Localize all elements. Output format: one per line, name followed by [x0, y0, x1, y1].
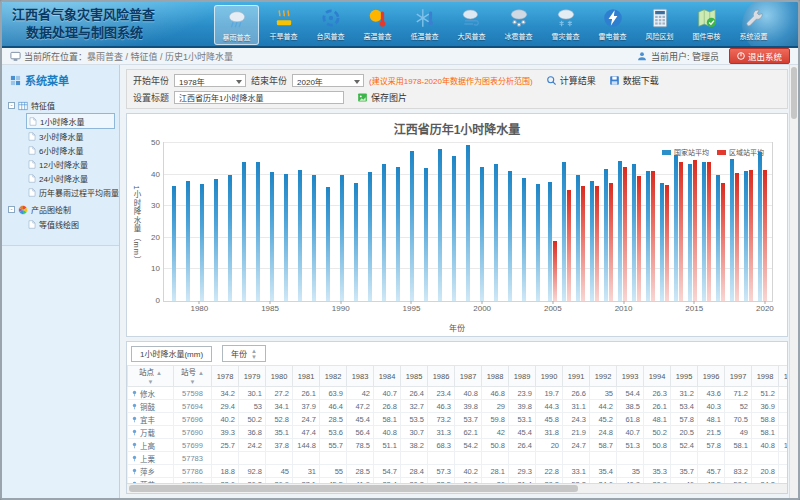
bar-group-1993	[377, 143, 391, 301]
table-scroll-area[interactable]: 站点 ▲▼站号 ▲▼197819791980198119821983198419…	[127, 365, 787, 483]
value-cell	[320, 452, 347, 465]
col-header-year-1978: 1978	[212, 366, 239, 387]
x-tick-mark	[270, 301, 271, 304]
low-temp-icon	[414, 7, 436, 29]
station-name-cell: 铜鼓	[128, 400, 174, 413]
logout-button[interactable]: 退出系统	[729, 48, 790, 64]
chart-panel: 江西省历年1小时降水量 1小时降水量（mm） 国家站平均区域站平均 010203…	[126, 113, 788, 337]
value-cell: 55.7	[320, 439, 347, 452]
col-header-year-1987: 1987	[455, 366, 482, 387]
tree-toggle-icon[interactable]: -	[8, 206, 15, 213]
tree-item-12小时降水量[interactable]: 12小时降水量	[26, 157, 115, 171]
bar-national-1978	[172, 186, 176, 301]
chart-title-input[interactable]	[174, 91, 344, 104]
nav-item-雪灾普查[interactable]: 雪灾普查	[543, 5, 588, 45]
sidebar-tree: -特征值1小时降水量3小时降水量6小时降水量12小时降水量24小时降水量历年暴雨…	[2, 93, 119, 239]
bar-national-1992	[368, 172, 372, 301]
value-cell: 26.3	[644, 387, 671, 400]
tree-group-产品图绘制[interactable]: -产品图绘制	[8, 202, 115, 217]
horizontal-scrollbar[interactable]	[127, 483, 787, 493]
value-cell: 42	[347, 387, 374, 400]
value-cell: 83.3	[779, 426, 788, 439]
col-header-year-1994: 1994	[644, 366, 671, 387]
high-temp-icon	[367, 7, 389, 29]
nav-item-暴雨普查[interactable]: 暴雨普查	[214, 5, 259, 45]
value-cell: 26.8	[374, 400, 401, 413]
horizontal-scrollbar-thumb[interactable]	[129, 485, 578, 492]
value-cell: 50.2	[239, 413, 266, 426]
value-cell: 40.2	[455, 465, 482, 478]
tree-item-3小时降水量[interactable]: 3小时降水量	[26, 129, 115, 143]
nav-item-图件审核[interactable]: 图件审核	[684, 5, 729, 45]
table-row-上栗[interactable]: 上栗57783	[128, 452, 788, 465]
data-download-button[interactable]: 数据下载	[609, 74, 659, 87]
table-row-万载[interactable]: 万载5769039.336.835.147.453.656.440.830.73…	[128, 426, 788, 439]
bar-national-2006	[562, 162, 566, 301]
bar-national-2016	[702, 162, 706, 301]
tree-item-6小时降水量[interactable]: 6小时降水量	[26, 143, 115, 157]
value-cell: 59.8	[482, 413, 509, 426]
user-box: 当前用户: 管理员 退出系统	[637, 48, 790, 64]
bar-group-1997	[433, 143, 447, 301]
bar-group-1979	[181, 143, 195, 301]
tree-item-24小时降水量[interactable]: 24小时降水量	[26, 171, 115, 185]
nav-item-风险区划[interactable]: 风险区划	[637, 5, 682, 45]
value-cell: 50.8	[482, 439, 509, 452]
value-cell: 40.7	[374, 387, 401, 400]
value-cell	[725, 452, 752, 465]
table-row-铜鼓[interactable]: 铜鼓5769429.45334.137.946.447.226.832.746.…	[128, 400, 788, 413]
tree-item-历年暴雨过程平均雨量[interactable]: 历年暴雨过程平均雨量	[26, 185, 115, 199]
vertical-scrollbar-thumb[interactable]	[791, 67, 797, 119]
tree-group-特征值[interactable]: -特征值	[8, 98, 115, 113]
tree-item-1小时降水量[interactable]: 1小时降水量	[26, 113, 115, 129]
tree-toggle-icon[interactable]: -	[8, 102, 15, 109]
bar-group-1995	[405, 143, 419, 301]
year-sort-box[interactable]: 年份 ▲▼	[222, 345, 266, 362]
nav-item-高温普查[interactable]: 高温普查	[355, 5, 400, 45]
y-tick-label: 10	[151, 264, 160, 273]
table-row-萍乡[interactable]: 萍乡5778618.892.845315528.554.728.457.340.…	[128, 465, 788, 478]
value-cell: 31.8	[536, 426, 563, 439]
col-header-year-1996: 1996	[698, 366, 725, 387]
value-cell	[401, 452, 428, 465]
table-row-宜丰[interactable]: 宜丰5769640.250.252.824.728.545.458.153.57…	[128, 413, 788, 426]
bar-national-1979	[186, 181, 190, 301]
calc-result-button[interactable]: 计算结果	[546, 74, 596, 87]
nav-item-雷电普查[interactable]: 雷电普查	[590, 5, 635, 45]
location-icon	[10, 51, 21, 62]
col-header-station[interactable]: 站点 ▲▼	[128, 366, 174, 387]
breadcrumb[interactable]: 暴雨普查 / 特征值 / 历史1小时降水量	[87, 50, 233, 63]
value-cell: 26.4	[509, 439, 536, 452]
table-row-修水[interactable]: 修水5759834.230.127.226.163.94240.726.423.…	[128, 387, 788, 400]
start-year-select[interactable]: 1978年	[174, 74, 246, 87]
nav-item-系统设置[interactable]: 系统设置	[731, 5, 776, 45]
unit-filter-box[interactable]: 1小时降水量(mm)	[131, 346, 212, 362]
nav-item-台风普查[interactable]: 台风普查	[308, 5, 353, 45]
end-year-select[interactable]: 2020年	[292, 74, 364, 87]
nav-item-大风普查[interactable]: 大风普查	[449, 5, 494, 45]
value-cell: 20.5	[671, 426, 698, 439]
station-icon	[131, 455, 138, 462]
save-image-button[interactable]: 保存图片	[357, 91, 407, 104]
value-cell: 58.8	[752, 413, 779, 426]
value-cell: 53.6	[320, 426, 347, 439]
col-header-year-1997: 1997	[725, 366, 752, 387]
tree-group-label: 特征值	[31, 100, 55, 111]
nav-item-冰雹普查[interactable]: 冰雹普查	[496, 5, 541, 45]
table-row-上高[interactable]: 上高5769925.724.237.8144.855.778.551.138.2…	[128, 439, 788, 452]
col-header-year-1989: 1989	[509, 366, 536, 387]
nav-item-干旱普查[interactable]: 干旱普查	[261, 5, 306, 45]
tree-item-等值线绘图[interactable]: 等值线绘图	[26, 217, 115, 231]
nav-item-低温普查[interactable]: 低温普查	[402, 5, 447, 45]
nav-item-label: 系统设置	[740, 31, 768, 41]
nav-item-label: 干旱普查	[270, 31, 298, 41]
bar-group-1983	[237, 143, 251, 301]
bar-regional-2012	[651, 171, 655, 301]
col-header-station-id[interactable]: 站号 ▲▼	[174, 366, 212, 387]
value-cell: 50.8	[644, 439, 671, 452]
vertical-scrollbar[interactable]	[789, 65, 798, 498]
value-cell: 49	[725, 426, 752, 439]
station-name: 修水	[140, 388, 155, 399]
bar-regional-2013	[665, 185, 669, 301]
doc-icon	[28, 220, 36, 229]
